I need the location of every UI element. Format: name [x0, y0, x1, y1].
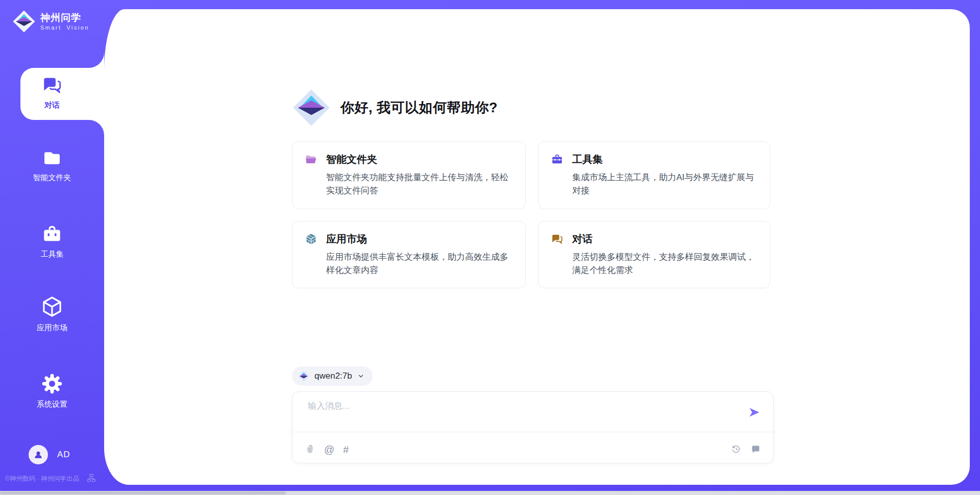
card-chat[interactable]: 对话 灵活切换多模型文件，支持多样回复效果调试，满足个性化需求: [538, 221, 770, 289]
card-toolset[interactable]: 工具集 集成市场上主流工具，助力AI与外界无缝扩展与对接: [538, 141, 770, 209]
user-initials: AD: [57, 450, 70, 460]
main-panel: 你好, 我可以如何帮助你? 智能文件夹 智能文件夹功能支持批量文件上传与清洗，轻…: [104, 9, 970, 485]
send-button[interactable]: [748, 406, 761, 419]
history-icon[interactable]: [731, 444, 742, 455]
card-desc: 集成市场上主流工具，助力AI与外界无缝扩展与对接: [551, 171, 757, 198]
cube-icon: [40, 295, 64, 318]
sidebar-item-app-market[interactable]: 应用市场: [0, 295, 104, 333]
scrollbar-thumb[interactable]: [0, 491, 286, 494]
brand-logo: 神州问学 Smart Vision: [12, 9, 89, 34]
paperclip-icon[interactable]: [306, 444, 315, 455]
toolbox-icon: [551, 153, 564, 166]
user-account[interactable]: AD: [29, 445, 70, 464]
feature-cards: 智能文件夹 智能文件夹功能支持批量文件上传与清洗，轻松实现文件问答 工具集 集: [292, 141, 774, 288]
sidebar-footer: ©神州数码 · 神州问学出品: [5, 475, 79, 483]
horizontal-scrollbar[interactable]: [0, 491, 980, 495]
model-logo-icon: [298, 370, 309, 382]
toolbox-icon: [41, 224, 63, 245]
app-tagline: Smart Vision: [40, 24, 89, 31]
greeting-title: 你好, 我可以如何帮助你?: [340, 98, 498, 117]
sidebar-item-label: 工具集: [41, 250, 64, 259]
sidebar-item-label: 系统设置: [37, 400, 67, 409]
cube-grid-icon: [305, 233, 317, 245]
hash-icon[interactable]: #: [343, 444, 349, 455]
sidebar-item-toolset[interactable]: 工具集: [0, 224, 104, 259]
chat-bubble-icon[interactable]: [750, 444, 761, 455]
sidebar-item-chat[interactable]: 对话: [0, 75, 104, 110]
app-logo-icon: [292, 87, 331, 129]
sidebar-item-label: 智能文件夹: [33, 173, 71, 183]
message-composer: @ #: [292, 391, 774, 463]
card-title: 对话: [572, 232, 593, 246]
message-input[interactable]: [307, 399, 741, 431]
card-desc: 灵活切换多模型文件，支持多样回复效果调试，满足个性化需求: [551, 251, 757, 278]
card-title: 应用市场: [326, 232, 367, 246]
brand-diamond-icon: [12, 9, 36, 34]
avatar: [29, 445, 48, 464]
sidebar-item-settings[interactable]: 系统设置: [0, 373, 104, 409]
person-icon: [32, 449, 44, 461]
chat-icon: [41, 75, 63, 96]
composer-divider: [292, 432, 773, 432]
gear-icon: [41, 373, 63, 395]
card-smart-folder[interactable]: 智能文件夹 智能文件夹功能支持批量文件上传与清洗，轻松实现文件问答: [292, 141, 526, 209]
folder-open-icon: [305, 153, 317, 166]
card-title: 智能文件夹: [326, 153, 377, 166]
at-icon[interactable]: @: [324, 444, 334, 455]
model-name: qwen2:7b: [314, 371, 352, 381]
sidebar-item-label: 应用市场: [37, 323, 67, 333]
model-selector[interactable]: qwen2:7b: [292, 366, 373, 386]
card-desc: 智能文件夹功能支持批量文件上传与清洗，轻松实现文件问答: [305, 171, 513, 198]
chat-icon: [551, 233, 564, 245]
sidebar-item-smart-folder[interactable]: 智能文件夹: [0, 148, 104, 183]
sidebar-item-label: 对话: [44, 101, 60, 110]
send-icon: [748, 406, 761, 418]
card-title: 工具集: [572, 153, 603, 166]
sidebar: 神州问学 Smart Vision .fillet.top::after,.fi…: [0, 0, 104, 495]
card-desc: 应用市场提供丰富长文本模板，助力高效生成多样化文章内容: [305, 251, 513, 278]
chevron-down-icon: [357, 373, 364, 380]
card-app-market[interactable]: 应用市场 应用市场提供丰富长文本模板，助力高效生成多样化文章内容: [292, 221, 526, 289]
sitemap-watermark-icon: [86, 473, 96, 485]
folder-icon: [41, 148, 63, 168]
greeting-block: 你好, 我可以如何帮助你?: [292, 87, 498, 129]
app-name: 神州问学: [40, 12, 89, 24]
